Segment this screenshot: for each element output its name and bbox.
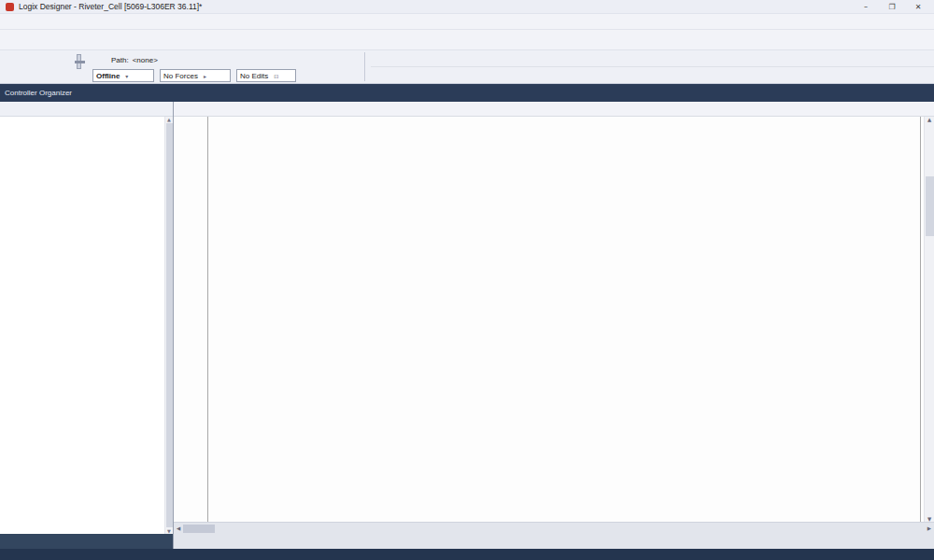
controller-organizer-panel: ▲ ▼: [0, 102, 174, 534]
app-logo-icon: [6, 3, 14, 11]
instruction-palette: [371, 50, 934, 83]
editor-vertical-scrollbar[interactable]: ▲ ▼: [924, 117, 934, 522]
mode-dropdown-icon[interactable]: ▾: [125, 73, 128, 79]
path-value: <none>: [133, 56, 158, 64]
scrollbar-thumb[interactable]: [183, 525, 215, 533]
organizer-bottom-tabs: [0, 534, 174, 549]
scroll-down-icon[interactable]: ▼: [927, 516, 931, 522]
scrollbar-thumb[interactable]: [926, 176, 934, 236]
scroll-down-icon[interactable]: ▼: [167, 528, 171, 534]
editor-toolbar: [174, 102, 934, 117]
ladder-canvas[interactable]: [174, 117, 924, 522]
bottom-tab-row: [0, 534, 934, 549]
scroll-up-icon[interactable]: ▲: [927, 117, 931, 122]
divider: [364, 52, 365, 81]
instruction-category-tabs: [371, 67, 934, 83]
scroll-up-icon[interactable]: ▲: [167, 117, 171, 122]
right-power-rail: [920, 117, 921, 522]
main-area: ▲ ▼ ▲ ▼ ◀ ▶: [0, 102, 934, 534]
instruction-element-row: [371, 50, 934, 67]
controller-status-flags: [0, 50, 69, 83]
close-button[interactable]: ✕: [913, 3, 923, 11]
editor-horizontal-scrollbar[interactable]: ◀ ▶: [174, 522, 934, 534]
menu-bar: [0, 14, 934, 29]
spacer: [174, 534, 934, 549]
window-title: Logix Designer - Riveter_Cell [5069-L306…: [19, 2, 202, 11]
document-tabs: [174, 84, 934, 102]
keyswitch-icon: [77, 54, 81, 69]
forces-dropdown-icon[interactable]: ▸: [204, 73, 206, 79]
ladder-editor: ▲ ▼ ◀ ▶: [174, 102, 934, 534]
title-bar: Logix Designer - Riveter_Cell [5069-L306…: [0, 0, 934, 14]
edits-dropdown[interactable]: No Edits ⊡: [236, 69, 296, 82]
scroll-left-icon[interactable]: ◀: [177, 525, 180, 531]
status-band: Path: <none> Offline ▾ No Forces ▸ No Ed…: [0, 49, 934, 84]
organizer-tree: ▲ ▼: [0, 117, 173, 534]
tab-band: Controller Organizer: [0, 84, 934, 102]
restore-button[interactable]: ❐: [887, 3, 897, 11]
organizer-toolbar: [0, 102, 173, 117]
minimize-button[interactable]: –: [861, 3, 870, 11]
path-label: Path:: [111, 56, 129, 64]
edits-icon[interactable]: ⊡: [274, 73, 278, 79]
controller-mode-dropdown[interactable]: Offline ▾: [92, 69, 154, 82]
tree-scrollbar[interactable]: ▲ ▼: [164, 117, 173, 534]
main-toolbar: [0, 29, 934, 49]
output-bar: [0, 549, 934, 560]
left-power-rail: [207, 117, 208, 522]
scrollbar-thumb[interactable]: [166, 123, 173, 527]
organizer-title: Controller Organizer: [5, 89, 72, 97]
scroll-right-icon[interactable]: ▶: [927, 525, 931, 531]
forces-dropdown[interactable]: No Forces ▸: [160, 69, 231, 82]
status-middle: Path: <none> Offline ▾ No Forces ▸ No Ed…: [92, 50, 303, 83]
organizer-header: Controller Organizer: [0, 84, 174, 102]
